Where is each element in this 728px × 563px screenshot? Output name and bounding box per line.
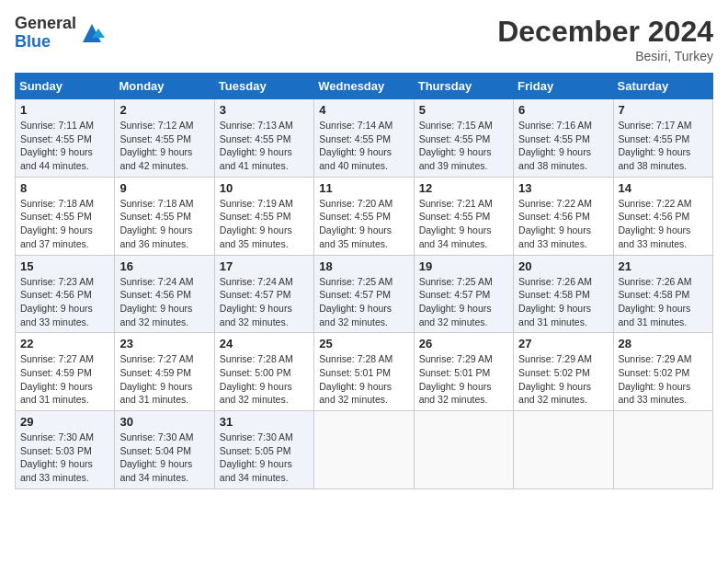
calendar: SundayMondayTuesdayWednesdayThursdayFrid… (15, 73, 713, 489)
calendar-week-row: 1Sunrise: 7:11 AM Sunset: 4:55 PM Daylig… (16, 99, 713, 178)
day-info: Sunrise: 7:22 AM Sunset: 4:56 PM Dayligh… (619, 197, 708, 251)
calendar-cell: 5Sunrise: 7:15 AM Sunset: 4:55 PM Daylig… (414, 99, 513, 178)
day-info: Sunrise: 7:18 AM Sunset: 4:55 PM Dayligh… (20, 197, 109, 251)
calendar-cell: 6Sunrise: 7:16 AM Sunset: 4:55 PM Daylig… (514, 99, 613, 178)
day-number: 25 (319, 337, 408, 350)
calendar-header: SundayMondayTuesdayWednesdayThursdayFrid… (16, 74, 713, 99)
day-info: Sunrise: 7:24 AM Sunset: 4:56 PM Dayligh… (119, 275, 209, 329)
calendar-cell: 30Sunrise: 7:30 AM Sunset: 5:04 PM Dayli… (115, 411, 214, 489)
day-number: 11 (319, 181, 408, 195)
header-day: Wednesday (314, 74, 414, 99)
day-number: 17 (220, 259, 309, 273)
calendar-cell: 24Sunrise: 7:28 AM Sunset: 5:00 PM Dayli… (214, 333, 313, 411)
location-title: Besiri, Turkey (497, 49, 713, 63)
calendar-cell: 13Sunrise: 7:22 AM Sunset: 4:56 PM Dayli… (514, 177, 613, 255)
calendar-cell: 16Sunrise: 7:24 AM Sunset: 4:56 PM Dayli… (115, 255, 214, 333)
calendar-cell: 4Sunrise: 7:14 AM Sunset: 4:55 PM Daylig… (314, 99, 414, 178)
calendar-cell: 15Sunrise: 7:23 AM Sunset: 4:56 PM Dayli… (16, 255, 115, 333)
day-info: Sunrise: 7:28 AM Sunset: 5:00 PM Dayligh… (220, 352, 309, 407)
day-number: 12 (419, 181, 508, 195)
day-number: 29 (20, 415, 109, 429)
calendar-cell: 21Sunrise: 7:26 AM Sunset: 4:58 PM Dayli… (613, 255, 712, 333)
day-number: 30 (119, 415, 209, 429)
calendar-cell: 26Sunrise: 7:29 AM Sunset: 5:01 PM Dayli… (414, 333, 513, 411)
header-day: Friday (514, 74, 613, 99)
calendar-body: 1Sunrise: 7:11 AM Sunset: 4:55 PM Daylig… (16, 99, 713, 489)
header-day: Thursday (414, 74, 513, 99)
day-info: Sunrise: 7:30 AM Sunset: 5:03 PM Dayligh… (20, 431, 109, 485)
day-info: Sunrise: 7:26 AM Sunset: 4:58 PM Dayligh… (619, 275, 708, 329)
day-number: 5 (419, 103, 508, 117)
day-info: Sunrise: 7:27 AM Sunset: 4:59 PM Dayligh… (119, 352, 209, 407)
day-info: Sunrise: 7:26 AM Sunset: 4:58 PM Dayligh… (518, 275, 608, 329)
day-info: Sunrise: 7:29 AM Sunset: 5:02 PM Dayligh… (619, 352, 708, 407)
calendar-week-row: 15Sunrise: 7:23 AM Sunset: 4:56 PM Dayli… (16, 255, 713, 333)
day-info: Sunrise: 7:13 AM Sunset: 4:55 PM Dayligh… (220, 119, 309, 173)
calendar-cell: 1Sunrise: 7:11 AM Sunset: 4:55 PM Daylig… (16, 99, 115, 178)
day-number: 26 (419, 337, 508, 350)
calendar-cell: 2Sunrise: 7:12 AM Sunset: 4:55 PM Daylig… (115, 99, 214, 178)
day-info: Sunrise: 7:29 AM Sunset: 5:02 PM Dayligh… (518, 352, 608, 407)
calendar-cell (613, 411, 712, 489)
header: General Blue December 2024 Besiri, Turke… (15, 15, 713, 63)
day-info: Sunrise: 7:21 AM Sunset: 4:55 PM Dayligh… (419, 197, 508, 251)
calendar-cell: 23Sunrise: 7:27 AM Sunset: 4:59 PM Dayli… (115, 333, 214, 411)
day-info: Sunrise: 7:17 AM Sunset: 4:55 PM Dayligh… (619, 119, 708, 173)
calendar-cell: 29Sunrise: 7:30 AM Sunset: 5:03 PM Dayli… (16, 411, 115, 489)
calendar-cell: 28Sunrise: 7:29 AM Sunset: 5:02 PM Dayli… (613, 333, 712, 411)
calendar-cell: 9Sunrise: 7:18 AM Sunset: 4:55 PM Daylig… (115, 177, 214, 255)
day-number: 9 (119, 181, 209, 195)
logo-icon (78, 19, 106, 47)
day-number: 7 (619, 103, 708, 117)
month-title: December 2024 (497, 15, 713, 49)
logo-blue: Blue (15, 33, 76, 52)
header-day: Monday (115, 74, 214, 99)
calendar-cell: 22Sunrise: 7:27 AM Sunset: 4:59 PM Dayli… (16, 333, 115, 411)
day-number: 19 (419, 259, 508, 273)
calendar-cell: 3Sunrise: 7:13 AM Sunset: 4:55 PM Daylig… (214, 99, 313, 178)
day-number: 1 (20, 103, 109, 117)
header-row: SundayMondayTuesdayWednesdayThursdayFrid… (16, 74, 713, 99)
day-info: Sunrise: 7:25 AM Sunset: 4:57 PM Dayligh… (419, 275, 508, 329)
day-number: 28 (619, 337, 708, 350)
day-info: Sunrise: 7:29 AM Sunset: 5:01 PM Dayligh… (419, 352, 508, 407)
day-info: Sunrise: 7:12 AM Sunset: 4:55 PM Dayligh… (119, 119, 209, 173)
day-number: 4 (319, 103, 408, 117)
day-info: Sunrise: 7:15 AM Sunset: 4:55 PM Dayligh… (419, 119, 508, 173)
calendar-cell: 14Sunrise: 7:22 AM Sunset: 4:56 PM Dayli… (613, 177, 712, 255)
day-number: 16 (119, 259, 209, 273)
day-number: 27 (518, 337, 608, 350)
calendar-cell: 18Sunrise: 7:25 AM Sunset: 4:57 PM Dayli… (314, 255, 414, 333)
calendar-week-row: 29Sunrise: 7:30 AM Sunset: 5:03 PM Dayli… (16, 411, 713, 489)
day-number: 3 (220, 103, 309, 117)
day-info: Sunrise: 7:23 AM Sunset: 4:56 PM Dayligh… (20, 275, 109, 329)
calendar-cell: 17Sunrise: 7:24 AM Sunset: 4:57 PM Dayli… (214, 255, 313, 333)
day-info: Sunrise: 7:27 AM Sunset: 4:59 PM Dayligh… (20, 352, 109, 407)
day-number: 6 (518, 103, 608, 117)
header-day: Saturday (613, 74, 712, 99)
logo: General Blue (15, 15, 106, 52)
day-number: 31 (220, 415, 309, 429)
calendar-week-row: 22Sunrise: 7:27 AM Sunset: 4:59 PM Dayli… (16, 333, 713, 411)
logo-general: General (15, 15, 76, 33)
day-number: 23 (119, 337, 209, 350)
calendar-cell: 10Sunrise: 7:19 AM Sunset: 4:55 PM Dayli… (214, 177, 313, 255)
day-info: Sunrise: 7:22 AM Sunset: 4:56 PM Dayligh… (518, 197, 608, 251)
day-info: Sunrise: 7:28 AM Sunset: 5:01 PM Dayligh… (319, 352, 408, 407)
day-number: 13 (518, 181, 608, 195)
calendar-week-row: 8Sunrise: 7:18 AM Sunset: 4:55 PM Daylig… (16, 177, 713, 255)
calendar-cell: 31Sunrise: 7:30 AM Sunset: 5:05 PM Dayli… (214, 411, 313, 489)
calendar-cell: 19Sunrise: 7:25 AM Sunset: 4:57 PM Dayli… (414, 255, 513, 333)
day-number: 20 (518, 259, 608, 273)
calendar-cell: 12Sunrise: 7:21 AM Sunset: 4:55 PM Dayli… (414, 177, 513, 255)
calendar-cell (514, 411, 613, 489)
header-day: Tuesday (214, 74, 313, 99)
day-number: 10 (220, 181, 309, 195)
day-number: 22 (20, 337, 109, 350)
day-info: Sunrise: 7:18 AM Sunset: 4:55 PM Dayligh… (119, 197, 209, 251)
day-number: 14 (619, 181, 708, 195)
calendar-cell (414, 411, 513, 489)
day-info: Sunrise: 7:25 AM Sunset: 4:57 PM Dayligh… (319, 275, 408, 329)
day-number: 8 (20, 181, 109, 195)
calendar-cell: 11Sunrise: 7:20 AM Sunset: 4:55 PM Dayli… (314, 177, 414, 255)
